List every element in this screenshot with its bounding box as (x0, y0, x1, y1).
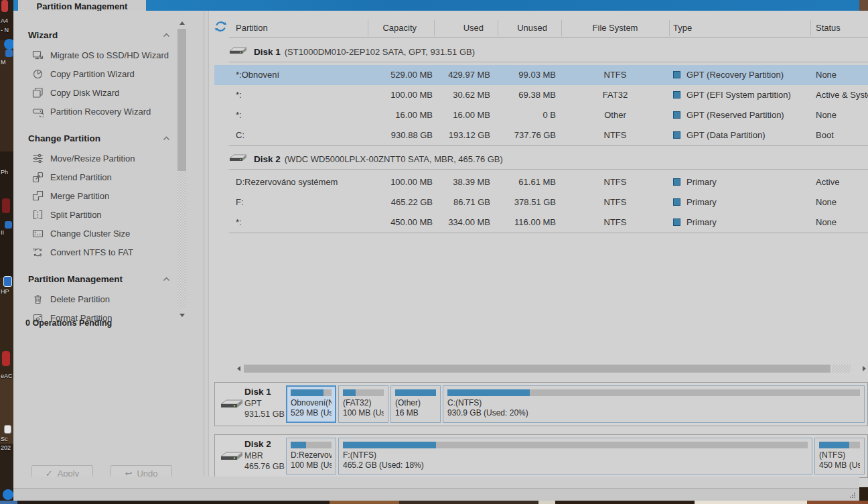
cell-partition: C: (236, 125, 363, 145)
partition-type-square-icon (673, 91, 680, 99)
cell-file-system: FAT32 (561, 85, 669, 105)
cell-capacity: 930.88 GB (368, 125, 433, 145)
usage-bar-fill (447, 389, 530, 396)
sidebar-item-label: Copy Partition Wizard (50, 69, 135, 79)
resize-grip[interactable] (849, 492, 855, 498)
sidebar-item-extend-partition[interactable]: Extend Partition (13, 168, 189, 186)
disk-map-scheme: GPT (244, 399, 262, 408)
partition-row[interactable]: C:930.88 GB193.12 GB737.76 GBNTFSGPT (Da… (214, 125, 868, 145)
cell-unused: 99.03 MB (500, 65, 556, 85)
scroll-up-arrow-icon[interactable] (176, 19, 188, 27)
disk-group-header-disk-1[interactable]: Disk 1(ST1000DM010-2EP102 SATA, GPT, 931… (214, 42, 868, 62)
partition-block[interactable]: (NTFS)450 MB (Us (814, 438, 865, 475)
sidebar-item-partition-recovery-wizard[interactable]: Partition Recovery Wizard (13, 102, 189, 121)
sidebar-item-migrate-os-to-ssd-hd-wizard[interactable]: Migrate OS to SSD/HD Wizard (13, 46, 189, 64)
disk-info: (WDC WD5000LPLX-00ZNTT0 SATA, MBR, 465.7… (285, 154, 503, 164)
partition-block[interactable]: D:Rezervová100 MB (Us (286, 438, 336, 475)
scroll-right-arrow-icon[interactable] (860, 364, 868, 373)
partition-row[interactable]: D:Rezervováno systémem100.00 MB38.39 MB6… (214, 172, 868, 192)
desktop-text-fragment: II (1, 229, 4, 236)
cell-unused: 0 B (500, 105, 556, 125)
sidebar-menu: WizardMigrate OS to SSD/HD WizardCopy Pa… (13, 24, 189, 334)
cell-file-system: NTFS (561, 192, 669, 212)
desktop-icon-fragment (5, 221, 12, 229)
cell-status: Boot (816, 125, 868, 145)
cell-used: 86.71 GB (435, 192, 490, 212)
partition-row[interactable]: F:465.22 GB86.71 GB378.51 GBNTFSPrimaryN… (214, 192, 868, 212)
partition-row[interactable]: *:450.00 MB334.00 MB116.00 MBNTFSPrimary… (214, 212, 868, 233)
row-separator (229, 62, 868, 62)
svg-text:N: N (33, 247, 36, 251)
partition-block-size: 465.2 GB (Used: 18%) (343, 460, 808, 470)
section-header-change-partition[interactable]: Change Partition (13, 127, 189, 149)
sidebar-item-copy-partition-wizard[interactable]: Copy Partition Wizard (13, 64, 189, 83)
sidebar-item-change-cluster-size[interactable]: Change Cluster Size (13, 224, 189, 243)
move-resize-icon (32, 153, 44, 164)
collapse-caret-icon[interactable] (163, 136, 170, 141)
desktop-text-fragment: Ph (1, 169, 8, 176)
sidebar-item-label: Move/Resize Partition (50, 153, 135, 164)
partition-block[interactable]: (Other)16 MB (390, 385, 441, 423)
sidebar-item-split-partition[interactable]: Split Partition (13, 205, 189, 224)
partition-block[interactable]: F:(NTFS)465.2 GB (Used: 18%) (338, 438, 812, 475)
scroll-down-arrow-icon[interactable] (176, 311, 188, 319)
horizontal-scrollbar[interactable] (234, 364, 868, 373)
partition-block[interactable]: C:(NTFS)930.9 GB (Used: 20%) (443, 385, 865, 423)
sidebar-scrollbar-thumb[interactable] (177, 29, 186, 171)
cell-file-system: NTFS (561, 212, 669, 233)
collapse-caret-icon[interactable] (163, 277, 170, 281)
sidebar-item-label: Delete Partition (50, 294, 110, 304)
horizontal-scrollbar-thumb[interactable] (244, 365, 830, 373)
cell-type: Primary (673, 192, 814, 212)
disk-icon (220, 397, 243, 414)
horizontal-scrollbar-track[interactable] (832, 365, 851, 373)
partition-block[interactable]: (FAT32)100 MB (Us (338, 385, 388, 423)
usage-bar-fill (291, 442, 306, 448)
partition-type-square-icon (673, 198, 680, 206)
collapse-caret-icon[interactable] (163, 33, 170, 38)
cell-unused: 378.51 GB (500, 192, 556, 212)
extend-partition-icon (32, 172, 44, 183)
sidebar-item-move-resize-partition[interactable]: Move/Resize Partition (13, 149, 189, 168)
partition-type-square-icon (673, 178, 680, 186)
sidebar-item-copy-disk-wizard[interactable]: Copy Disk Wizard (13, 83, 189, 102)
sidebar-item-label: Merge Partition (50, 191, 109, 201)
partition-block-label: F:(NTFS) (343, 450, 808, 460)
desktop-text-fragment: eAC (1, 373, 13, 379)
usage-bar-fill (819, 442, 849, 448)
desktop-text-fragment: A4 (1, 17, 8, 24)
desktop-text-fragment: Sc (1, 436, 8, 442)
disk-map-blocks: D:Rezervová100 MB (UsF:(NTFS)465.2 GB (U… (286, 438, 865, 475)
disk-map-name: Disk 1 (244, 387, 271, 397)
sidebar-scrollbar-track[interactable] (177, 172, 186, 308)
sidebar-scrollbar[interactable] (176, 19, 188, 319)
cell-capacity: 529.00 MB (368, 65, 433, 85)
usage-bar (291, 442, 332, 448)
sidebar-item-convert-ntfs-to-fat[interactable]: NFConvert NTFS to FAT (13, 243, 189, 261)
operations-pending-label: 0 Operations Pending (25, 318, 112, 328)
disk-group-header-disk-2[interactable]: Disk 2(WDC WD5000LPLX-00ZNTT0 SATA, MBR,… (214, 149, 868, 169)
tab-title: Partition Management (37, 1, 128, 11)
partition-row[interactable]: *:100.00 MB30.62 MB69.38 MBFAT32GPT (EFI… (214, 85, 868, 105)
desktop-icon-fragment (3, 276, 12, 287)
sidebar-item-delete-partition[interactable]: Delete Partition (13, 290, 189, 308)
partition-block-label: (Other) (395, 398, 436, 408)
usage-bar (819, 442, 860, 448)
cell-type: GPT (EFI System partition) (673, 85, 814, 105)
section-header-partition-management[interactable]: Partition Management (13, 268, 189, 290)
section-header-wizard[interactable]: Wizard (13, 24, 189, 46)
sidebar-item-merge-partition[interactable]: Merge Partition (13, 186, 189, 205)
disk-icon (229, 153, 247, 166)
scroll-left-arrow-icon[interactable] (234, 364, 242, 373)
partition-block-label: Obnovení(N (291, 398, 332, 408)
partition-block[interactable]: Obnovení(N529 MB (Us (286, 385, 336, 423)
disk-map-strip-disk-1: Disk 1GPT931.51 GBObnovení(N529 MB (Us(F… (214, 382, 868, 426)
table-body: Disk 1(ST1000DM010-2EP102 SATA, GPT, 931… (209, 11, 868, 373)
partition-block-label: C:(NTFS) (447, 398, 860, 408)
migrate-os-icon (32, 50, 44, 61)
partition-row[interactable]: *:16.00 MB16.00 MB0 BOtherGPT (Reserved … (214, 105, 868, 125)
partition-block-label: (FAT32) (343, 398, 384, 408)
partition-row[interactable]: *:Obnovení529.00 MB429.97 MB99.03 MBNTFS… (214, 65, 868, 85)
usage-bar-fill (343, 389, 356, 396)
partition-type-square-icon (673, 111, 680, 119)
